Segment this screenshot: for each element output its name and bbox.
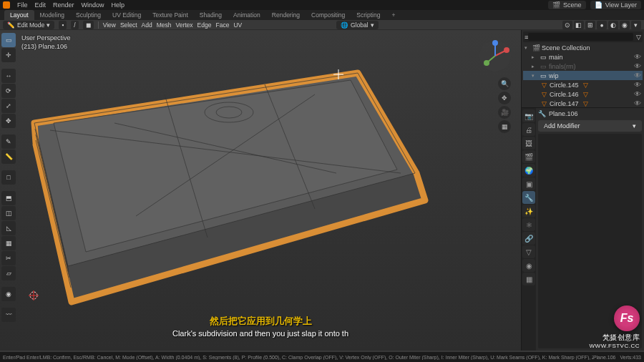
tab-add[interactable]: + [386, 10, 401, 20]
tab-sculpting[interactable]: Sculpting [70, 10, 107, 20]
tab-compositing[interactable]: Compositing [306, 10, 351, 20]
pan-icon[interactable]: ✥ [498, 92, 511, 104]
tool-inset[interactable]: ◫ [1, 206, 16, 220]
selmode-vert[interactable]: ▪ [59, 21, 67, 29]
selmode-face[interactable]: ◼ [83, 21, 94, 29]
zoom-icon[interactable]: 🔍 [498, 77, 511, 90]
tool-polybuild[interactable]: ▱ [1, 266, 16, 280]
ptab-constraints[interactable]: 🔗 [522, 232, 535, 245]
eye-icon[interactable]: 👁 [634, 62, 641, 70]
menu-edge[interactable]: Edge [197, 21, 212, 29]
ptab-mesh[interactable]: ▽ [522, 245, 535, 258]
menu-vertex[interactable]: Vertex [176, 21, 193, 29]
selmode-edge[interactable]: / [71, 21, 78, 29]
eye-icon[interactable]: 👁 [634, 99, 641, 107]
obj-circle145[interactable]: ▽Circle.145▽👁 [523, 80, 643, 89]
wrench-icon: 🔧 [538, 110, 546, 117]
tab-scripting[interactable]: Scripting [351, 10, 386, 20]
tool-knife[interactable]: ✂ [1, 251, 16, 265]
tool-extrude[interactable]: ⬒ [1, 191, 16, 205]
menu-view[interactable]: View [103, 21, 116, 29]
tool-smooth[interactable]: 〰 [1, 308, 16, 322]
tab-layout[interactable]: Layout [4, 10, 34, 20]
props-breadcrumb: 🔧 Plane.106 [538, 110, 642, 117]
menu-render[interactable]: Render [53, 1, 74, 9]
menu-face[interactable]: Face [215, 21, 229, 29]
menu-uv[interactable]: UV [233, 21, 242, 29]
tool-addcube[interactable]: □ [1, 170, 16, 185]
svg-point-28 [492, 40, 498, 46]
tab-shading[interactable]: Shading [194, 10, 228, 20]
tool-loopcut[interactable]: ▦ [1, 236, 16, 250]
xray-toggle[interactable]: ◧ [574, 21, 584, 29]
overlay-toggle[interactable]: ⊙ [562, 21, 572, 29]
tool-rotate[interactable]: ⟳ [1, 84, 16, 98]
tab-modeling[interactable]: Modeling [34, 10, 71, 20]
obj-circle146[interactable]: ▽Circle.146▽👁 [523, 89, 643, 99]
chevron-down-icon: ▾ [633, 122, 636, 129]
status-verts: Verts:433 [620, 355, 641, 360]
cursor-3d-icon [29, 290, 39, 300]
mode-selector[interactable]: ✏️ Edit Mode ▾ [3, 21, 54, 29]
watermark: Fs 梵摄创意库 WWW.FSTVC.CC [590, 305, 640, 349]
tool-cursor[interactable]: ✛ [1, 48, 16, 62]
tool-transform[interactable]: ✥ [1, 114, 16, 128]
subtitle-chinese: 然后把它应用到几何学上 [210, 315, 312, 328]
tab-texture[interactable]: Texture Paint [147, 10, 194, 20]
ptab-object[interactable]: ▣ [522, 177, 535, 190]
camera-icon[interactable]: 🎥 [498, 106, 511, 119]
filter-icon[interactable]: ▽ [636, 34, 641, 41]
eye-icon[interactable]: 👁 [634, 72, 641, 79]
shading-solid[interactable]: ● [597, 21, 607, 29]
ptab-modifier[interactable]: 🔧 [522, 191, 535, 204]
outliner-search[interactable] [528, 33, 633, 41]
tool-spin[interactable]: ◉ [1, 287, 16, 301]
scene-selector[interactable]: 🎬 Scene [548, 1, 586, 9]
tool-annotate[interactable]: ✎ [1, 134, 16, 149]
tool-measure[interactable]: 📏 [1, 150, 16, 164]
persp-icon[interactable]: ▦ [498, 120, 511, 133]
ptab-viewlayer[interactable]: 🖼 [522, 137, 535, 150]
eye-icon[interactable]: 👁 [634, 81, 641, 89]
eye-icon[interactable]: 👁 [634, 53, 641, 61]
ptab-texture[interactable]: ▦ [522, 273, 535, 285]
ptab-scene[interactable]: 🎬 [522, 150, 535, 163]
orientation-gizmo[interactable] [478, 39, 512, 73]
collection-wip[interactable]: ▾▭wip👁 [523, 71, 643, 80]
menu-edit[interactable]: Edit [35, 1, 47, 9]
ptab-render[interactable]: 📷 [522, 109, 535, 122]
eye-icon[interactable]: 👁 [634, 90, 641, 98]
menu-file[interactable]: File [17, 1, 28, 9]
viewlayer-selector[interactable]: 📄 View Layer [590, 1, 641, 9]
menu-select[interactable]: Select [120, 21, 137, 29]
menu-help[interactable]: Help [112, 1, 125, 9]
menu-add[interactable]: Add [142, 21, 152, 29]
tab-animation[interactable]: Animation [228, 10, 266, 20]
orientation-selector[interactable]: 🌐 Global ▾ [336, 21, 379, 29]
shading-preview[interactable]: ◐ [608, 21, 618, 29]
tool-bevel[interactable]: ◺ [1, 221, 16, 235]
obj-circle147[interactable]: ▽Circle.147▽👁 [523, 99, 643, 107]
ptab-output[interactable]: 🖨 [522, 123, 535, 136]
shading-wire[interactable]: ⊞ [585, 21, 595, 29]
collection-finals[interactable]: ▸▭finals(rm)👁 [523, 62, 643, 71]
menu-mesh[interactable]: Mesh [157, 21, 172, 29]
tool-select[interactable]: ▭ [1, 33, 16, 47]
outliner-root[interactable]: ▾🎬Scene Collection [523, 44, 643, 52]
tool-move[interactable]: ↔ [1, 69, 16, 83]
shading-render[interactable]: ◉ [620, 21, 630, 29]
tool-scale[interactable]: ⤢ [1, 99, 16, 113]
menu-window[interactable]: Window [82, 1, 104, 9]
viewport-3d[interactable]: ▭ ✛ ↔ ⟳ ⤢ ✥ ✎ 📏 □ ⬒ ◫ ◺ ▦ ✂ ▱ ◉ 〰 User P… [0, 30, 521, 351]
blender-logo[interactable] [3, 1, 10, 9]
tab-uv[interactable]: UV Editing [107, 10, 147, 20]
shading-opts[interactable]: ▾ [631, 21, 641, 29]
ptab-particles[interactable]: ✨ [522, 205, 535, 217]
ptab-world[interactable]: 🌍 [522, 164, 535, 177]
tab-rendering[interactable]: Rendering [266, 10, 306, 20]
ptab-physics[interactable]: ⚛ [522, 218, 535, 231]
add-modifier-button[interactable]: Add Modifier▾ [538, 120, 642, 132]
outliner[interactable]: ≡ ▽ ▾🎬Scene Collection ▸▭main👁 ▸▭finals(… [522, 30, 644, 107]
ptab-material[interactable]: ◉ [522, 259, 535, 272]
collection-main[interactable]: ▸▭main👁 [523, 52, 643, 62]
